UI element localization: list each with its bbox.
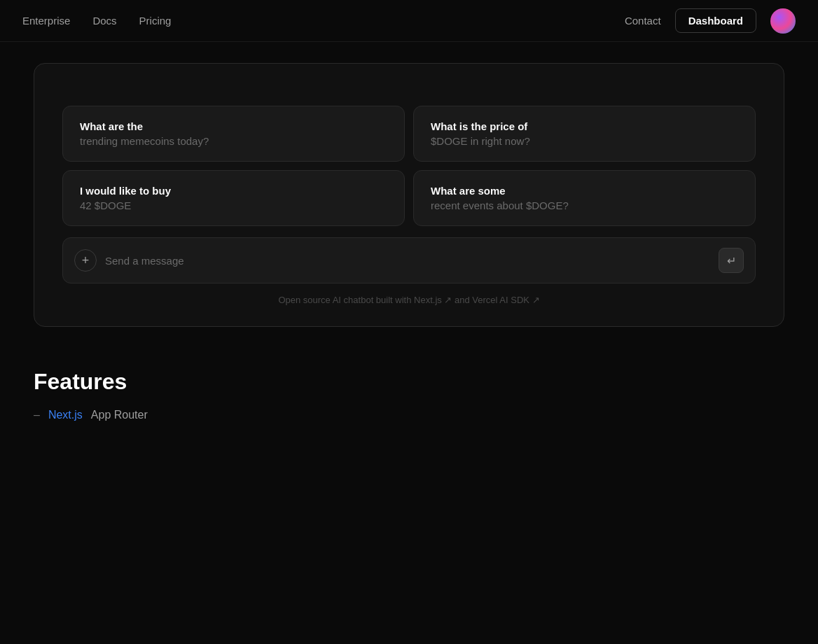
footer-text-1: Open source AI chatbot built with Next.j…: [278, 295, 441, 305]
message-input[interactable]: [105, 255, 710, 267]
suggestion-card-3[interactable]: What are some recent events about $DOGE?: [413, 170, 756, 226]
feature-item-nextjs: – Next.js App Router: [34, 409, 784, 421]
dashboard-button[interactable]: Dashboard: [675, 8, 756, 33]
features-section: Features – Next.js App Router: [0, 341, 818, 435]
send-button[interactable]: ↵: [719, 248, 744, 273]
suggestion-subtitle-2: 42 $DOGE: [80, 200, 387, 211]
features-title: Features: [34, 369, 784, 395]
suggestions-grid: What are the trending memecoins today? W…: [62, 106, 756, 226]
footer-arrow-2: ↗: [532, 295, 540, 305]
nav-docs[interactable]: Docs: [92, 15, 116, 27]
nav-right: Contact Dashboard: [625, 8, 796, 34]
suggestion-card-1[interactable]: What is the price of $DOGE in right now?: [413, 106, 756, 162]
suggestion-subtitle-3: recent events about $DOGE?: [431, 200, 738, 211]
chat-footer: Open source AI chatbot built with Next.j…: [62, 295, 756, 305]
plus-icon: +: [82, 253, 90, 268]
add-button[interactable]: +: [74, 249, 97, 272]
nav-pricing[interactable]: Pricing: [139, 15, 172, 27]
navbar: Enterprise Docs Pricing Contact Dashboar…: [0, 0, 818, 42]
feature-app-router: App Router: [91, 409, 148, 421]
suggestion-title-1: What is the price of: [431, 120, 738, 132]
main-container: What are the trending memecoins today? W…: [0, 42, 818, 341]
footer-arrow-1: ↗: [444, 295, 452, 305]
nav-contact[interactable]: Contact: [625, 15, 661, 27]
footer-text-2: and Vercel AI SDK: [455, 295, 529, 305]
suggestion-subtitle-1: $DOGE in right now?: [431, 135, 738, 147]
user-avatar[interactable]: [770, 8, 796, 34]
nav-enterprise[interactable]: Enterprise: [22, 15, 70, 27]
suggestion-subtitle-0: trending memecoins today?: [80, 135, 387, 147]
nav-left: Enterprise Docs Pricing: [22, 15, 171, 27]
suggestion-card-2[interactable]: I would like to buy 42 $DOGE: [62, 170, 405, 226]
send-icon: ↵: [727, 254, 736, 267]
suggestion-title-2: I would like to buy: [80, 185, 387, 197]
suggestion-title-0: What are the: [80, 120, 387, 132]
suggestion-title-3: What are some: [431, 185, 738, 197]
feature-dash: –: [34, 409, 40, 421]
suggestion-card-0[interactable]: What are the trending memecoins today?: [62, 106, 405, 162]
message-input-container: + ↵: [62, 237, 756, 284]
chat-card: What are the trending memecoins today? W…: [34, 63, 784, 327]
feature-nextjs-link[interactable]: Next.js: [48, 409, 83, 421]
